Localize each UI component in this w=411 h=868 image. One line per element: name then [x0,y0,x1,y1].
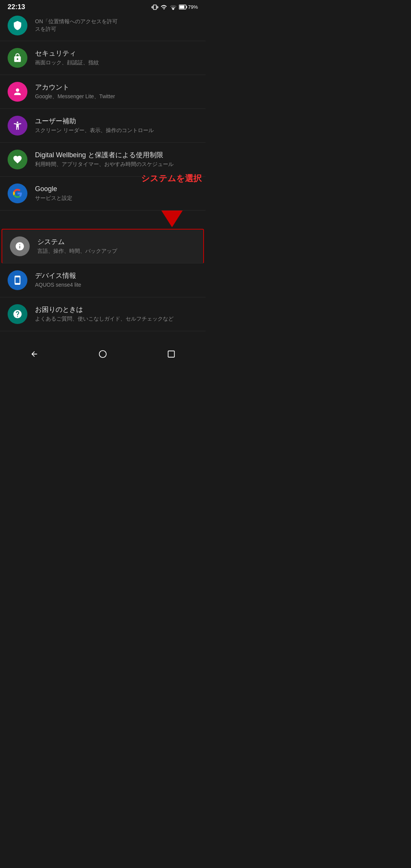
partial-item-line2: スを許可 [35,26,198,33]
nav-bar [0,339,206,372]
person-icon [13,87,22,97]
account-title: アカウント [35,83,198,92]
signal-icon [170,4,177,11]
help-item-text: お困りのときは よくあるご質問、使いこなしガイド、セルフチェックなど [35,305,198,323]
annotation-arrow [0,211,206,227]
account-item-text: アカウント Google、Messenger Lite、Twitter [35,83,198,101]
info-icon [15,241,25,251]
lock-icon [13,53,22,63]
system-subtitle: 言語、操作、時間、バックアップ [37,247,196,255]
settings-list: セキュリティ 画面ロック、顔認証、指紋 アカウント Google、Messeng… [0,41,206,331]
vibrate-icon [151,4,158,11]
accessibility-icon [13,121,22,131]
deviceinfo-title: デバイス情報 [35,271,198,280]
accessibility-subtitle: スクリーン リーダー、表示、操作のコントロール [35,127,198,134]
settings-item-accessibility[interactable]: ユーザー補助 スクリーン リーダー、表示、操作のコントロール [0,109,206,143]
google-subtitle: サービスと設定 [35,195,202,202]
accessibility-title: ユーザー補助 [35,117,198,126]
settings-item-help[interactable]: お困りのときは よくあるご質問、使いこなしガイド、セルフチェックなど [0,297,206,331]
back-button[interactable] [27,346,42,362]
partial-icon [8,16,27,35]
help-icon [13,309,22,319]
wifi-icon [161,4,167,11]
home-icon [99,350,107,358]
svg-rect-1 [186,6,187,8]
security-item-text: セキュリティ 画面ロック、顔認証、指紋 [35,49,198,67]
google-title: Google [35,185,202,193]
system-title: システム [37,238,196,246]
status-icons: 79% [151,4,198,11]
security-icon-bg [8,48,27,68]
settings-item-account[interactable]: アカウント Google、Messenger Lite、Twitter [0,75,206,109]
account-subtitle: Google、Messenger Lite、Twitter [35,93,198,101]
deviceinfo-subtitle: AQUOS sense4 lite [35,281,198,289]
accessibility-icon-bg [8,116,27,136]
battery-icon: 79% [179,4,198,10]
status-bar: 22:13 79% [0,0,206,13]
battery-percent: 79% [188,4,198,10]
partial-item[interactable]: ON「位置情報へのアクセスを許可 スを許可 [0,13,206,41]
partial-item-line1: ON「位置情報へのアクセスを許可 [35,18,198,26]
google-item-text: Google サービスと設定 [35,185,202,202]
account-icon-bg [8,82,27,102]
partial-item-text: ON「位置情報へのアクセスを許可 スを許可 [35,18,198,33]
recent-button[interactable] [164,346,179,362]
favorite-icon [13,155,22,164]
accessibility-item-text: ユーザー補助 スクリーン リーダー、表示、操作のコントロール [35,117,198,134]
shield-icon [13,21,22,30]
settings-item-digitalwellbeing[interactable]: Digital Wellbeing と保護者による使用制限 利用時間、アプリタイ… [0,143,206,177]
back-icon [30,350,38,358]
google-icon [13,188,22,198]
deviceinfo-item-text: デバイス情報 AQUOS sense4 lite [35,271,198,289]
settings-item-security[interactable]: セキュリティ 画面ロック、顔認証、指紋 [0,41,206,75]
digitalwellbeing-title: Digital Wellbeing と保護者による使用制限 [35,151,198,160]
annotation-select-system: システムを選択 [141,173,202,184]
help-icon-bg [8,304,27,324]
security-title: セキュリティ [35,49,198,58]
help-subtitle: よくあるご質問、使いこなしガイド、セルフチェックなど [35,315,198,323]
svg-rect-2 [179,6,184,9]
digitalwellbeing-icon-bg [8,150,27,169]
settings-item-system[interactable]: システム 言語、操作、時間、バックアップ [2,229,204,263]
settings-item-deviceinfo[interactable]: デバイス情報 AQUOS sense4 lite [0,263,206,297]
arrow-down-icon [161,211,183,227]
google-section: Google サービスと設定 システムを選択 [0,177,206,227]
security-subtitle: 画面ロック、顔認証、指紋 [35,59,198,67]
svg-rect-4 [168,351,175,357]
digitalwellbeing-item-text: Digital Wellbeing と保護者による使用制限 利用時間、アプリタイ… [35,151,198,168]
settings-item-google[interactable]: Google サービスと設定 システムを選択 [0,177,206,211]
help-title: お困りのときは [35,305,198,314]
recent-icon [167,350,175,358]
status-time: 22:13 [8,3,25,11]
google-icon-bg [8,183,27,203]
home-button[interactable] [95,346,110,362]
svg-point-3 [99,351,106,357]
system-item-text: システム 言語、操作、時間、バックアップ [37,238,196,255]
digitalwellbeing-subtitle: 利用時間、アプリタイマー、おやすみ時間のスケジュール [35,161,198,168]
deviceinfo-icon-bg [8,270,27,290]
system-icon-bg [10,236,30,256]
smartphone-icon [13,275,22,285]
